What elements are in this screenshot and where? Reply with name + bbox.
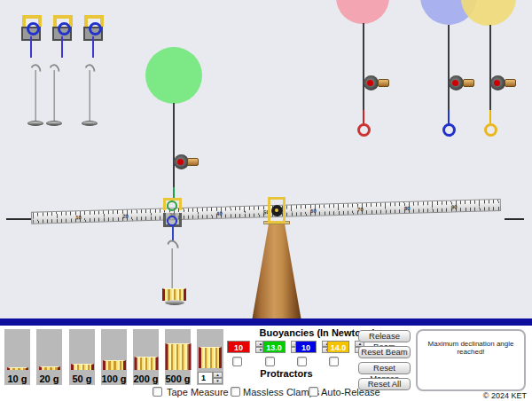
release-knob-icon[interactable]: [490, 75, 505, 90]
hook-ring-icon: [27, 22, 40, 35]
knob-dot-icon: [177, 159, 184, 165]
red-string-segment: [363, 110, 365, 124]
status-message-box: Maximum declination angle reached!: [416, 329, 526, 391]
clamp-string: [61, 36, 63, 58]
gold-mass-icon[interactable]: [7, 367, 28, 370]
buoyancy-red-field[interactable]: 10: [227, 341, 250, 353]
gold-mass-icon[interactable]: [199, 347, 222, 368]
ruler-number: 60: [310, 208, 317, 213]
gold-mass-icon[interactable]: [39, 366, 60, 370]
knob-handle-icon[interactable]: [505, 79, 516, 87]
mass-label: 500 g: [165, 373, 191, 384]
green-hook-ring[interactable]: [167, 200, 177, 211]
mass-count-spinner[interactable]: ▲ ▼: [213, 372, 223, 384]
spinner-down-icon[interactable]: ▼: [213, 378, 223, 384]
ruler-number: 20: [122, 213, 129, 218]
protractor-checkbox-blue[interactable]: [297, 357, 307, 366]
buoyancy-red-group: 10 ▲ ▼: [227, 341, 265, 357]
reset-masses-button[interactable]: Reset Masses: [358, 362, 411, 374]
mass-label: 20 g: [36, 373, 62, 384]
hanger-base: [46, 121, 62, 126]
hanger-hook-icon: [165, 238, 181, 255]
blue-string-segment: [448, 110, 450, 124]
buoyancy-yellow-field[interactable]: 14.0: [327, 341, 349, 353]
mass-count-field[interactable]: 1: [198, 372, 213, 384]
spare-clamp[interactable]: [83, 15, 103, 41]
mass-tray-10g[interactable]: 10 g: [4, 329, 30, 385]
gold-mass-icon[interactable]: [165, 343, 191, 370]
hanger-rod: [171, 248, 173, 289]
clamp-string: [30, 36, 32, 58]
mass-label: 50 g: [69, 373, 95, 384]
mass-hanger[interactable]: [27, 64, 43, 130]
reset-all-button[interactable]: Reset All: [358, 378, 411, 390]
ruler-number: 70: [357, 207, 364, 212]
gold-mass-icon[interactable]: [71, 364, 94, 370]
hook-ring-icon: [89, 22, 102, 35]
protractors-label: Protractors: [242, 368, 331, 379]
spinner-up-icon[interactable]: ▲: [213, 372, 223, 378]
gold-mass-icon[interactable]: [103, 360, 126, 370]
knob-dot-icon: [494, 80, 500, 86]
knob-handle-icon[interactable]: [187, 158, 199, 166]
ruler-number: 10: [75, 215, 82, 220]
hanging-gold-mass[interactable]: [162, 288, 186, 301]
hook-ring-icon: [58, 22, 71, 35]
panel-divider-bar: [0, 318, 532, 326]
knob-dot-icon: [452, 80, 458, 86]
tape-measure-label: Tape Measure: [167, 387, 229, 397]
hanger-rod: [53, 70, 55, 122]
protractor-checkbox-green[interactable]: [265, 357, 275, 366]
release-knob-icon[interactable]: [449, 75, 464, 90]
simulation-stage: 10 20 30 40 50 60 70 80 90 10 g 20 g 50 …: [0, 0, 532, 401]
mass-label: 10 g: [4, 373, 30, 384]
hanger-rod: [35, 70, 36, 122]
right-level-reference-line: [505, 218, 524, 220]
red-hook-ring[interactable]: [357, 123, 371, 137]
mass-tray-50g[interactable]: 50 g: [69, 329, 95, 385]
pink-balloon[interactable]: [336, 0, 389, 24]
mass-tray-100g[interactable]: 100 g: [101, 329, 127, 385]
knob-dot-icon: [367, 80, 373, 86]
reset-beam-button[interactable]: Reset Beam: [358, 346, 411, 358]
status-message: Maximum declination angle reached!: [421, 340, 520, 356]
gold-mass-icon[interactable]: [134, 357, 158, 370]
ruler-number: 80: [404, 205, 411, 210]
mass-tray-500g[interactable]: 500 g: [165, 329, 191, 385]
pivot-pin-icon: [275, 208, 278, 212]
mass-tray-20g[interactable]: 20 g: [36, 329, 62, 385]
protractor-checkbox-red[interactable]: [232, 357, 242, 366]
mass-label: 200 g: [133, 373, 159, 384]
yellow-balloon-string: [489, 25, 491, 110]
protractor-checkbox-yellow[interactable]: [329, 357, 339, 366]
hanger-base: [165, 300, 184, 305]
mass-hanger[interactable]: [46, 64, 62, 130]
knob-handle-icon[interactable]: [463, 79, 474, 87]
spare-clamp[interactable]: [52, 15, 72, 41]
blue-hook-ring[interactable]: [442, 123, 456, 137]
spare-clamp[interactable]: [21, 15, 41, 41]
hanger-base: [27, 121, 43, 126]
support-stand: [252, 224, 301, 321]
pink-balloon-string: [363, 23, 364, 110]
tape-measure-checkbox[interactable]: [153, 387, 162, 397]
green-balloon[interactable]: [145, 47, 202, 104]
mass-hanger[interactable]: [82, 64, 98, 130]
mass-tray-custom[interactable]: 1 ▲ ▼: [197, 329, 223, 385]
yellow-balloon[interactable]: [461, 0, 516, 26]
release-knob-icon[interactable]: [364, 75, 379, 90]
buoyancy-green-field[interactable]: 13.0: [262, 341, 286, 353]
ruler-number: 90: [451, 204, 458, 209]
clamp-string: [92, 36, 94, 58]
knob-handle-icon[interactable]: [378, 79, 389, 87]
buoyancy-blue-field[interactable]: 10: [295, 341, 317, 353]
blue-balloon-string: [448, 25, 450, 110]
mass-tray-200g[interactable]: 200 g: [133, 329, 159, 385]
massless-clamps-checkbox[interactable]: [231, 387, 240, 397]
release-beam-button[interactable]: Release Beam: [358, 330, 411, 342]
blue-hook-ring[interactable]: [167, 216, 177, 226]
hanger-rod: [89, 70, 90, 122]
yellow-hook-ring[interactable]: [484, 123, 497, 137]
auto-release-checkbox[interactable]: [309, 387, 318, 397]
ruler-number: 40: [216, 210, 223, 216]
